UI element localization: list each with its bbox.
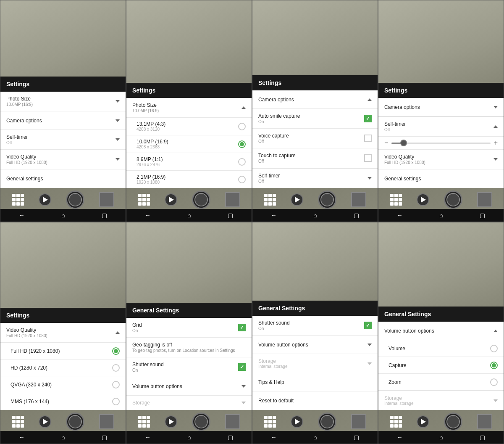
- recents-button-4[interactable]: ▢: [480, 212, 485, 219]
- video-button-6[interactable]: [165, 415, 177, 428]
- shutter-checkbox-6[interactable]: [238, 363, 246, 371]
- radio-89mp[interactable]: 8.9MP (1:1) 2976 x 2976: [126, 153, 252, 171]
- voice-capture-item[interactable]: Voice capture Off: [252, 129, 378, 148]
- home-button-7[interactable]: ⌂: [313, 434, 317, 441]
- back-button[interactable]: ←: [19, 212, 25, 219]
- back-button-7[interactable]: ←: [271, 434, 277, 441]
- auto-smile-item[interactable]: Auto smile capture On: [252, 109, 378, 129]
- grid-icon-8[interactable]: [390, 416, 402, 428]
- home-button-2[interactable]: ⌂: [187, 212, 191, 219]
- video-button-2[interactable]: [165, 193, 177, 206]
- home-button[interactable]: ⌂: [61, 212, 65, 219]
- photo-size-item[interactable]: Photo Size 10.0MP (16:9): [0, 92, 126, 111]
- shutter-sound-item-6[interactable]: Shutter sound On: [126, 357, 252, 377]
- slider-plus[interactable]: +: [494, 139, 498, 147]
- recents-button-8[interactable]: ▢: [480, 434, 485, 441]
- photo-size-item-2[interactable]: Photo Size 10.0MP (16:9): [126, 98, 252, 118]
- radio-qvga[interactable]: QVGA (320 x 240): [0, 376, 126, 393]
- radio-zoom-8[interactable]: Zoom: [378, 374, 504, 391]
- recents-button-7[interactable]: ▢: [354, 434, 359, 441]
- video-button-8[interactable]: [417, 415, 429, 428]
- self-timer-item[interactable]: Self-timer Off: [0, 130, 126, 150]
- general-settings-item[interactable]: General settings: [0, 169, 126, 188]
- shutter-checkbox-7[interactable]: [364, 322, 372, 329]
- grid-icon-3[interactable]: [264, 194, 276, 206]
- back-button-5[interactable]: ←: [19, 434, 25, 441]
- camera-options-expanded[interactable]: Camera options: [252, 90, 378, 109]
- self-timer-expanded-4[interactable]: Self-timer Off: [378, 117, 504, 137]
- video-button-5[interactable]: [39, 415, 51, 428]
- grid-icon-5[interactable]: [12, 416, 24, 428]
- shutter-button-8[interactable]: [444, 412, 462, 431]
- grid-icon[interactable]: [12, 194, 24, 206]
- home-button-4[interactable]: ⌂: [439, 212, 443, 219]
- storage-item-7[interactable]: Storage Internal storage: [252, 354, 378, 373]
- home-button-8[interactable]: ⌂: [439, 434, 443, 441]
- shutter-button-5[interactable]: [66, 412, 84, 431]
- camera-options-item-4[interactable]: Camera options: [378, 98, 504, 116]
- video-quality-item-4[interactable]: Video Quality Full HD (1920 x 1080): [378, 150, 504, 169]
- back-button-6[interactable]: ←: [145, 434, 151, 441]
- shutter-button-4[interactable]: [444, 190, 462, 209]
- back-button-4[interactable]: ←: [397, 212, 403, 219]
- radio-10mp[interactable]: 10.0MP (16:9) 4208 x 2368: [126, 135, 252, 153]
- radio-circle-21mp: [238, 176, 246, 183]
- recents-button-6[interactable]: ▢: [228, 434, 233, 441]
- self-timer-arrow-3: [368, 177, 372, 180]
- video-button-4[interactable]: [417, 193, 429, 206]
- grid-icon-7[interactable]: [264, 416, 276, 428]
- home-button-5[interactable]: ⌂: [61, 434, 65, 441]
- shutter-button-2[interactable]: [192, 190, 210, 209]
- home-button-3[interactable]: ⌂: [313, 212, 317, 219]
- back-button-8[interactable]: ←: [397, 434, 403, 441]
- radio-13mp[interactable]: 13.1MP (4:3) 4208 x 3120: [126, 118, 252, 135]
- radio-21mp[interactable]: 2.1MP (16:9) 1920 x 1080: [126, 171, 252, 188]
- recents-button[interactable]: ▢: [102, 212, 107, 219]
- general-settings-item-4[interactable]: General settings: [378, 169, 504, 188]
- slider-thumb[interactable]: [400, 140, 407, 146]
- recents-button-2[interactable]: ▢: [228, 212, 233, 219]
- settings-header-2: Settings: [126, 83, 252, 98]
- geotagging-item-6[interactable]: Geo-tagging is off To geo-tag photos, tu…: [126, 338, 252, 357]
- shutter-sound-item-7[interactable]: Shutter sound On: [252, 316, 378, 336]
- camera-controls-3: [252, 190, 378, 209]
- grid-icon-4[interactable]: [390, 194, 402, 206]
- shutter-button-6[interactable]: [192, 412, 210, 431]
- self-timer-item-3[interactable]: Self-timer Off: [252, 169, 378, 188]
- radio-hd[interactable]: HD (1280 x 720): [0, 359, 126, 376]
- radio-capture-8[interactable]: Capture: [378, 357, 504, 374]
- auto-smile-checkbox[interactable]: [364, 115, 372, 122]
- grid-checkbox-6[interactable]: [238, 324, 246, 331]
- back-button-2[interactable]: ←: [145, 212, 151, 219]
- grid-icon-2[interactable]: [138, 194, 150, 206]
- shutter-button-7[interactable]: [318, 412, 336, 431]
- video-quality-expanded-5[interactable]: Video Quality Full HD (1920 x 1080): [0, 323, 126, 343]
- home-button-6[interactable]: ⌂: [187, 434, 191, 441]
- grid-icon-6[interactable]: [138, 416, 150, 428]
- camera-options-item[interactable]: Camera options: [0, 111, 126, 130]
- touch-capture-item[interactable]: Touch to capture Off: [252, 148, 378, 168]
- vol-btn-item-7[interactable]: Volume button options: [252, 336, 378, 354]
- recents-button-3[interactable]: ▢: [354, 212, 359, 219]
- radio-mms[interactable]: MMS (176 x 144): [0, 393, 126, 410]
- reset-item-7[interactable]: Reset to default: [252, 391, 378, 410]
- recents-button-5[interactable]: ▢: [102, 434, 107, 441]
- slider-minus[interactable]: −: [384, 139, 388, 147]
- touch-capture-checkbox[interactable]: [364, 154, 372, 162]
- voice-capture-checkbox[interactable]: [364, 135, 372, 142]
- storage-item-8[interactable]: Storage Internal storage: [378, 391, 504, 410]
- shutter-button[interactable]: [66, 190, 84, 209]
- radio-fullhd[interactable]: Full HD (1920 x 1080): [0, 343, 126, 359]
- back-button-3[interactable]: ←: [271, 212, 277, 219]
- video-button[interactable]: [39, 193, 51, 206]
- video-quality-item[interactable]: Video Quality Full HD (1920 x 1080): [0, 150, 126, 169]
- slider-track[interactable]: [391, 143, 490, 144]
- grid-item-6[interactable]: Grid On: [126, 318, 252, 338]
- vol-btn-expanded-8[interactable]: Volume button options: [378, 322, 504, 340]
- shutter-button-3[interactable]: [318, 190, 336, 209]
- radio-volume-8[interactable]: Volume: [378, 340, 504, 357]
- video-button-7[interactable]: [291, 415, 303, 428]
- video-button-3[interactable]: [291, 193, 303, 206]
- vol-btn-item-6[interactable]: Volume button options: [126, 377, 252, 396]
- tips-item-7[interactable]: Tips & Help: [252, 373, 378, 391]
